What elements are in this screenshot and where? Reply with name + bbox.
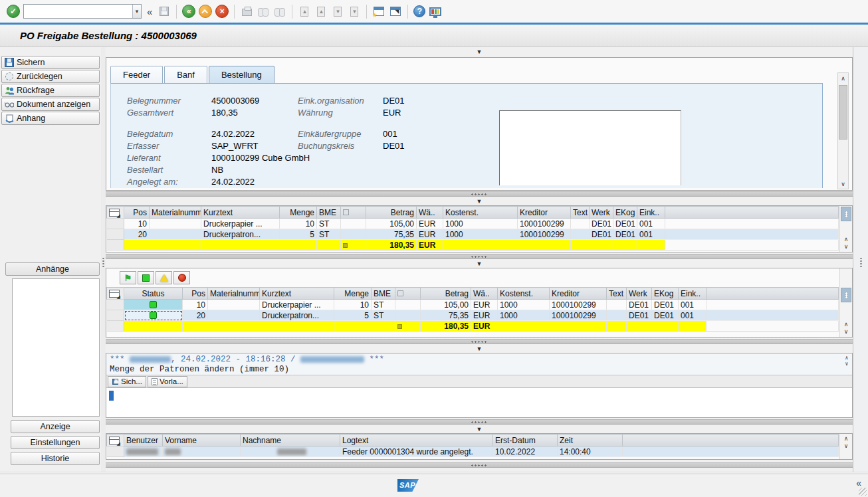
col-header-kostenst[interactable]: Kostenst. (498, 288, 550, 300)
cell-eink[interactable]: 001 (637, 219, 665, 229)
cell-text[interactable] (571, 229, 590, 240)
dokument-anzeigen-button[interactable]: Dokument anzeigen (1, 98, 100, 111)
log-table-scrollbar[interactable]: ∧ ∨ (839, 434, 852, 459)
cell-ekog[interactable]: DE01 (652, 300, 679, 310)
cell-pos[interactable]: 10 (183, 300, 208, 310)
note-template-button[interactable]: Vorla... (148, 376, 187, 387)
cell-kostenst[interactable]: 1000 (443, 229, 518, 240)
row-selector[interactable] (107, 447, 124, 457)
cell-zeit[interactable]: 14:00:40 (558, 447, 623, 457)
cell-pos[interactable]: 20 (183, 310, 208, 321)
cell-indicator[interactable] (395, 310, 421, 321)
anhang-button[interactable]: Anhang (1, 112, 100, 125)
cell-logtext[interactable]: Feeder 0000001304 wurde angelegt. (340, 447, 493, 457)
cell-kostenst[interactable]: 1000 (443, 219, 518, 229)
col-header-text[interactable]: Text (571, 207, 590, 219)
splitter-handle[interactable] (859, 257, 863, 268)
cell-betrag[interactable]: 105,00 (366, 219, 417, 229)
tab-bestellung[interactable]: Bestellung (209, 66, 274, 83)
sichern-button[interactable]: Sichern (1, 56, 100, 69)
cell-eink[interactable]: 001 (679, 310, 706, 321)
cell-werk[interactable]: DE01 (590, 219, 613, 229)
cell-kurztext[interactable]: Druckerpapier ... (260, 300, 334, 310)
cell-vorname[interactable] (163, 447, 241, 457)
cell-kurztext[interactable]: Druckerpapier ... (201, 219, 280, 229)
note-input-area[interactable] (106, 388, 852, 417)
scroll-down-icon[interactable]: ∨ (841, 243, 851, 250)
back-button[interactable]: « (182, 5, 195, 18)
col-header-erst-datum[interactable]: Erst-Datum (493, 435, 558, 447)
zuruecklegen-button[interactable]: Zurücklegen (1, 70, 100, 83)
cell-bme[interactable]: ST (372, 300, 395, 310)
enter-icon[interactable]: ✓ (7, 5, 20, 18)
create-shortcut-button[interactable]: ◥ (389, 5, 402, 18)
release-row-20[interactable]: 20 Druckerpatron... 5 ST 75,35 EUR 1000 … (107, 310, 839, 321)
note-display-area[interactable]: *** , 24.02.2022 - 18:16:28 / *** Menge … (106, 353, 852, 375)
cell-materialnummer[interactable] (208, 300, 260, 310)
einstellungen-button[interactable]: Einstellungen (11, 436, 100, 449)
collapse-log-icon[interactable]: ▼ (470, 427, 489, 433)
cell-text[interactable] (607, 310, 627, 321)
col-header-ekog[interactable]: EKog (613, 207, 637, 219)
panel-divider[interactable] (106, 191, 853, 197)
cell-werk[interactable]: DE01 (590, 229, 613, 240)
cell-werk[interactable]: DE01 (627, 300, 652, 310)
table-config-button[interactable] (841, 288, 851, 302)
select-all-cell[interactable] (107, 288, 124, 300)
right-splitter-strip[interactable] (853, 47, 868, 472)
cell-bme[interactable]: ST (317, 229, 341, 240)
col-header-menge[interactable]: Menge (280, 207, 317, 219)
splitter-handle[interactable] (102, 257, 105, 268)
release-table-scrollbar[interactable]: ∧ ∨ (839, 268, 852, 337)
cell-waehrung[interactable]: EUR (471, 300, 498, 310)
col-header-menge[interactable]: Menge (334, 288, 372, 300)
col-header-indicator[interactable] (395, 288, 421, 300)
scroll-down-icon[interactable]: ∨ (841, 328, 851, 336)
cell-erst-datum[interactable]: 10.02.2022 (493, 447, 558, 457)
cell-pos[interactable]: 20 (124, 229, 150, 240)
col-header-waehrung[interactable]: Wä.. (471, 288, 498, 300)
cell-kurztext[interactable]: Druckerpatron... (260, 310, 334, 321)
collapse-items-icon[interactable]: ▼ (470, 199, 489, 205)
status-cell[interactable] (124, 300, 183, 310)
form-scrollbar[interactable]: ∧ ∨ (837, 72, 849, 189)
cell-betrag[interactable]: 105,00 (421, 300, 471, 310)
note-save-button[interactable]: Sich... (108, 376, 146, 387)
col-header-eink[interactable]: Eink.. (637, 207, 665, 219)
scroll-up-icon[interactable]: ∧ (843, 355, 851, 361)
cell-materialnummer[interactable] (150, 229, 201, 240)
cell-nachname[interactable] (241, 447, 340, 457)
cell-waehrung[interactable]: EUR (417, 229, 443, 240)
col-header-kreditor[interactable]: Kreditor (550, 288, 607, 300)
scroll-thumb[interactable] (839, 85, 847, 140)
next-page-button[interactable]: ▼ (331, 5, 344, 18)
col-header-kreditor[interactable]: Kreditor (518, 207, 571, 219)
cell-betrag[interactable]: 75,35 (421, 310, 471, 321)
cell-kreditor[interactable]: 1000100299 (550, 300, 607, 310)
col-header-materialnummer[interactable]: Materialnummer (208, 288, 260, 300)
row-selector[interactable] (107, 229, 124, 240)
release-row-10[interactable]: 10 Druckerpapier ... 10 ST 105,00 EUR 10… (107, 300, 839, 310)
statusbar-collapse-icon[interactable]: « (856, 478, 861, 488)
cell-menge[interactable]: 10 (334, 300, 372, 310)
previous-page-button[interactable]: ▲ (314, 5, 328, 18)
cell-pos[interactable]: 10 (124, 219, 150, 229)
col-header-pos[interactable]: Pos (183, 288, 208, 300)
col-header-pos[interactable]: Pos (124, 207, 150, 219)
scroll-down-icon[interactable]: ∨ (841, 443, 851, 450)
sidebar-splitter[interactable] (101, 47, 106, 472)
col-header-logtext[interactable]: Logtext (340, 435, 493, 447)
cell-menge[interactable]: 5 (334, 310, 372, 321)
cell-benutzer[interactable] (124, 447, 163, 457)
cell-menge[interactable]: 5 (280, 229, 317, 240)
scroll-up-icon[interactable]: ∧ (841, 321, 851, 328)
cell-ekog[interactable]: DE01 (613, 219, 637, 229)
print-button[interactable] (240, 5, 253, 18)
new-session-button[interactable] (372, 5, 385, 18)
collapse-release-icon[interactable]: ▼ (470, 261, 489, 267)
col-header-eink[interactable]: Eink.. (679, 288, 706, 300)
anhaenge-header-button[interactable]: Anhänge (5, 262, 100, 276)
col-header-waehrung[interactable]: Wä.. (417, 207, 443, 219)
col-header-werk[interactable]: Werk (627, 288, 652, 300)
item-row-20[interactable]: 20 Druckerpatron... 5 ST 75,35 EUR 1000 … (107, 229, 839, 240)
